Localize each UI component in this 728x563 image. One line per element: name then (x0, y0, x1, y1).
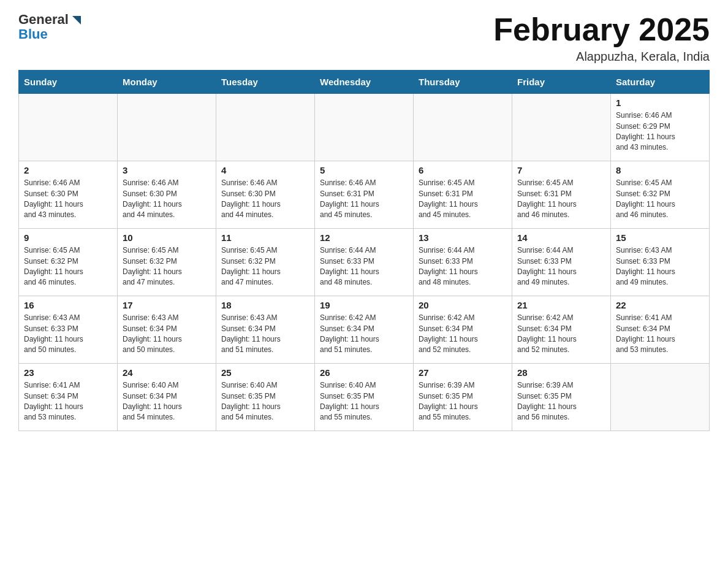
logo-blue-text: Blue (18, 27, 83, 42)
day-info: Sunrise: 6:43 AM Sunset: 6:34 PM Dayligh… (221, 313, 309, 356)
day-number: 20 (419, 300, 507, 310)
calendar-day-cell: 21Sunrise: 6:42 AM Sunset: 6:34 PM Dayli… (512, 296, 611, 364)
day-number: 10 (123, 232, 211, 243)
day-info: Sunrise: 6:43 AM Sunset: 6:33 PM Dayligh… (24, 313, 112, 356)
location-text: Alappuzha, Kerala, India (493, 50, 710, 64)
page-header: General Blue February 2025 Alappuzha, Ke… (18, 12, 710, 64)
day-number: 17 (123, 300, 211, 310)
day-number: 27 (419, 367, 507, 378)
day-number: 8 (616, 165, 704, 175)
calendar-day-cell: 26Sunrise: 6:40 AM Sunset: 6:35 PM Dayli… (315, 364, 414, 431)
calendar-day-cell: 19Sunrise: 6:42 AM Sunset: 6:34 PM Dayli… (315, 296, 414, 364)
calendar-day-cell (216, 94, 315, 161)
calendar-day-cell (512, 94, 611, 161)
calendar-table: SundayMondayTuesdayWednesdayThursdayFrid… (18, 70, 710, 431)
calendar-day-cell: 13Sunrise: 6:44 AM Sunset: 6:33 PM Dayli… (414, 229, 512, 296)
calendar-day-cell: 8Sunrise: 6:45 AM Sunset: 6:32 PM Daylig… (611, 161, 710, 229)
calendar-day-cell: 2Sunrise: 6:46 AM Sunset: 6:30 PM Daylig… (19, 161, 118, 229)
day-of-week-header: Wednesday (315, 71, 414, 94)
day-info: Sunrise: 6:40 AM Sunset: 6:35 PM Dayligh… (320, 380, 408, 423)
day-of-week-header: Monday (118, 71, 216, 94)
day-number: 24 (123, 367, 211, 378)
day-number: 9 (24, 232, 112, 243)
calendar-day-cell: 7Sunrise: 6:45 AM Sunset: 6:31 PM Daylig… (512, 161, 611, 229)
day-number: 18 (221, 300, 309, 310)
day-info: Sunrise: 6:45 AM Sunset: 6:32 PM Dayligh… (123, 245, 211, 288)
day-info: Sunrise: 6:46 AM Sunset: 6:30 PM Dayligh… (24, 178, 112, 221)
day-number: 6 (419, 165, 507, 175)
day-info: Sunrise: 6:40 AM Sunset: 6:35 PM Dayligh… (221, 380, 309, 423)
calendar-header: SundayMondayTuesdayWednesdayThursdayFrid… (19, 71, 710, 94)
calendar-day-cell (118, 94, 216, 161)
calendar-week-row: 23Sunrise: 6:41 AM Sunset: 6:34 PM Dayli… (19, 364, 710, 431)
day-number: 16 (24, 300, 112, 310)
calendar-day-cell: 22Sunrise: 6:41 AM Sunset: 6:34 PM Dayli… (611, 296, 710, 364)
day-info: Sunrise: 6:42 AM Sunset: 6:34 PM Dayligh… (517, 313, 605, 356)
calendar-week-row: 1Sunrise: 6:46 AM Sunset: 6:29 PM Daylig… (19, 94, 710, 161)
calendar-day-cell: 10Sunrise: 6:45 AM Sunset: 6:32 PM Dayli… (118, 229, 216, 296)
calendar-day-cell: 18Sunrise: 6:43 AM Sunset: 6:34 PM Dayli… (216, 296, 315, 364)
day-number: 2 (24, 165, 112, 175)
calendar-day-cell (611, 364, 710, 431)
calendar-day-cell: 14Sunrise: 6:44 AM Sunset: 6:33 PM Dayli… (512, 229, 611, 296)
day-info: Sunrise: 6:44 AM Sunset: 6:33 PM Dayligh… (517, 245, 605, 288)
day-number: 5 (320, 165, 408, 175)
calendar-day-cell: 11Sunrise: 6:45 AM Sunset: 6:32 PM Dayli… (216, 229, 315, 296)
calendar-day-cell: 1Sunrise: 6:46 AM Sunset: 6:29 PM Daylig… (611, 94, 710, 161)
calendar-body: 1Sunrise: 6:46 AM Sunset: 6:29 PM Daylig… (19, 94, 710, 431)
calendar-week-row: 9Sunrise: 6:45 AM Sunset: 6:32 PM Daylig… (19, 229, 710, 296)
day-of-week-header: Saturday (611, 71, 710, 94)
day-info: Sunrise: 6:44 AM Sunset: 6:33 PM Dayligh… (419, 245, 507, 288)
day-info: Sunrise: 6:41 AM Sunset: 6:34 PM Dayligh… (616, 313, 704, 356)
title-block: February 2025 Alappuzha, Kerala, India (493, 12, 710, 64)
calendar-day-cell: 28Sunrise: 6:39 AM Sunset: 6:35 PM Dayli… (512, 364, 611, 431)
logo-general-text: General (18, 12, 69, 27)
calendar-day-cell: 24Sunrise: 6:40 AM Sunset: 6:34 PM Dayli… (118, 364, 216, 431)
day-number: 1 (616, 98, 704, 108)
day-number: 15 (616, 232, 704, 243)
calendar-day-cell: 3Sunrise: 6:46 AM Sunset: 6:30 PM Daylig… (118, 161, 216, 229)
day-number: 25 (221, 367, 309, 378)
day-info: Sunrise: 6:45 AM Sunset: 6:32 PM Dayligh… (221, 245, 309, 288)
calendar-day-cell: 9Sunrise: 6:45 AM Sunset: 6:32 PM Daylig… (19, 229, 118, 296)
calendar-day-cell: 27Sunrise: 6:39 AM Sunset: 6:35 PM Dayli… (414, 364, 512, 431)
day-of-week-header: Friday (512, 71, 611, 94)
day-number: 14 (517, 232, 605, 243)
calendar-day-cell: 4Sunrise: 6:46 AM Sunset: 6:30 PM Daylig… (216, 161, 315, 229)
day-number: 11 (221, 232, 309, 243)
day-of-week-header: Sunday (19, 71, 118, 94)
day-number: 7 (517, 165, 605, 175)
day-number: 13 (419, 232, 507, 243)
calendar-day-cell (315, 94, 414, 161)
day-of-week-header: Tuesday (216, 71, 315, 94)
calendar-day-cell: 12Sunrise: 6:44 AM Sunset: 6:33 PM Dayli… (315, 229, 414, 296)
day-info: Sunrise: 6:45 AM Sunset: 6:32 PM Dayligh… (616, 178, 704, 221)
day-number: 3 (123, 165, 211, 175)
day-info: Sunrise: 6:43 AM Sunset: 6:34 PM Dayligh… (123, 313, 211, 356)
day-info: Sunrise: 6:45 AM Sunset: 6:32 PM Dayligh… (24, 245, 112, 288)
day-number: 19 (320, 300, 408, 310)
day-info: Sunrise: 6:43 AM Sunset: 6:33 PM Dayligh… (616, 245, 704, 288)
header-row: SundayMondayTuesdayWednesdayThursdayFrid… (19, 71, 710, 94)
day-number: 4 (221, 165, 309, 175)
day-number: 22 (616, 300, 704, 310)
month-title: February 2025 (493, 12, 710, 47)
day-info: Sunrise: 6:42 AM Sunset: 6:34 PM Dayligh… (320, 313, 408, 356)
day-number: 21 (517, 300, 605, 310)
logo-arrow-icon (70, 13, 83, 27)
day-info: Sunrise: 6:42 AM Sunset: 6:34 PM Dayligh… (419, 313, 507, 356)
calendar-day-cell: 5Sunrise: 6:46 AM Sunset: 6:31 PM Daylig… (315, 161, 414, 229)
calendar-day-cell: 17Sunrise: 6:43 AM Sunset: 6:34 PM Dayli… (118, 296, 216, 364)
day-number: 12 (320, 232, 408, 243)
calendar-day-cell: 15Sunrise: 6:43 AM Sunset: 6:33 PM Dayli… (611, 229, 710, 296)
day-number: 28 (517, 367, 605, 378)
day-info: Sunrise: 6:45 AM Sunset: 6:31 PM Dayligh… (517, 178, 605, 221)
calendar-day-cell: 23Sunrise: 6:41 AM Sunset: 6:34 PM Dayli… (19, 364, 118, 431)
day-info: Sunrise: 6:46 AM Sunset: 6:31 PM Dayligh… (320, 178, 408, 221)
day-info: Sunrise: 6:39 AM Sunset: 6:35 PM Dayligh… (419, 380, 507, 423)
day-info: Sunrise: 6:40 AM Sunset: 6:34 PM Dayligh… (123, 380, 211, 423)
calendar-day-cell: 16Sunrise: 6:43 AM Sunset: 6:33 PM Dayli… (19, 296, 118, 364)
calendar-week-row: 2Sunrise: 6:46 AM Sunset: 6:30 PM Daylig… (19, 161, 710, 229)
day-info: Sunrise: 6:46 AM Sunset: 6:30 PM Dayligh… (221, 178, 309, 221)
calendar-day-cell: 20Sunrise: 6:42 AM Sunset: 6:34 PM Dayli… (414, 296, 512, 364)
